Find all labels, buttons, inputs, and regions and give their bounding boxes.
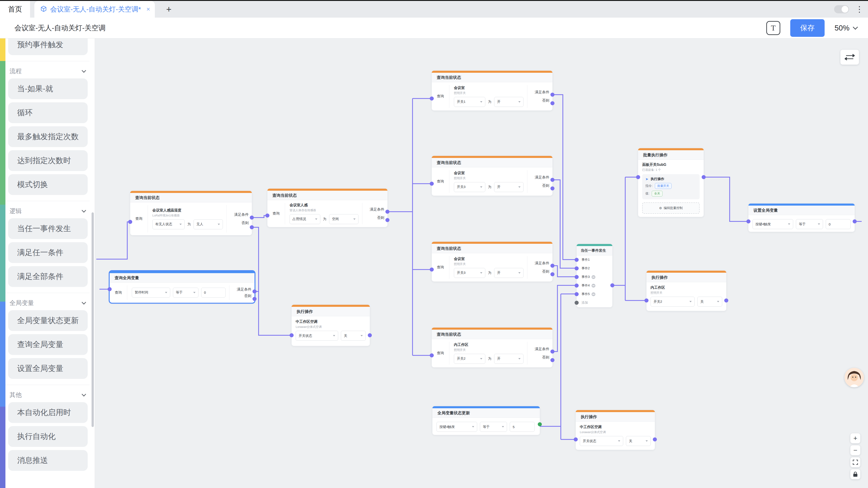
flow-node-n11[interactable]: 执行操作内工作区照明开关开关2关 (647, 271, 726, 311)
select-dropdown[interactable]: 空闲 (329, 214, 359, 224)
add-event-button[interactable]: 添加 (577, 298, 612, 307)
connection-port[interactable] (645, 298, 649, 302)
connection-port[interactable] (266, 214, 270, 218)
flow-node-n9[interactable]: 当任一事件发生事件1事件2事件3事件4事件5添加 (577, 244, 612, 307)
connection-port[interactable] (538, 422, 542, 426)
sidebar-scrollbar[interactable] (92, 213, 94, 427)
flow-node-n6[interactable]: 查询当前状态查询会议室照明开关开关3为开满足条件否则 (432, 156, 553, 196)
select-dropdown[interactable]: 按键4触发 (752, 219, 793, 229)
connection-port[interactable] (368, 333, 372, 337)
connection-port[interactable] (550, 264, 555, 268)
edit-batch-control-button[interactable]: ⚙编辑批量控制 (642, 202, 700, 214)
flow-node-n14[interactable]: 执行操作中工作区空调Lorawan分体式空调开关状态关 (576, 410, 655, 450)
connection-port[interactable] (250, 225, 254, 229)
auto-layout-button[interactable] (840, 50, 859, 65)
sidebar-item-pinned[interactable]: 预约事件触发 (8, 38, 88, 55)
sidebar-item[interactable]: 最多触发指定次数 (8, 126, 88, 147)
sidebar-section-header[interactable]: 其他 (9, 391, 86, 399)
select-dropdown[interactable]: 占用情况 (289, 214, 320, 224)
tab-close-icon[interactable]: × (147, 6, 150, 13)
select-dropdown[interactable]: 开 (494, 354, 524, 364)
save-button[interactable]: 保存 (790, 19, 825, 37)
remove-event-icon[interactable] (592, 284, 595, 288)
sidebar-item[interactable]: 全局变量状态更新 (8, 310, 88, 331)
select-dropdown[interactable]: 开关状态 (580, 436, 623, 446)
connection-port[interactable] (702, 175, 706, 179)
select-dropdown[interactable]: 开关1 (454, 97, 485, 107)
select-dropdown[interactable]: 暂停时间 (132, 288, 170, 297)
sidebar-item[interactable]: 循环 (8, 102, 88, 123)
kebab-menu-icon[interactable]: ⋮ (855, 5, 864, 13)
flow-node-n5[interactable]: 查询当前状态查询会议室照明开关开关1为开满足条件否则 (432, 71, 553, 110)
sidebar-item[interactable]: 满足任一条件 (8, 242, 88, 263)
connection-port[interactable] (575, 301, 579, 305)
tab-home[interactable]: 首页 (0, 1, 30, 18)
select-dropdown[interactable]: 无人 (193, 219, 223, 229)
value-input[interactable]: 0 (201, 288, 225, 297)
toggle-switch[interactable] (834, 5, 849, 13)
sidebar-item[interactable]: 当任一事件发生 (8, 218, 88, 239)
assistant-avatar[interactable] (844, 368, 864, 387)
value-input[interactable]: 5 (510, 422, 535, 432)
select-dropdown[interactable]: 开 (494, 97, 524, 107)
sidebar-section-header[interactable]: 逻辑 (9, 207, 86, 215)
event-item[interactable]: 事件4 (577, 281, 612, 290)
select-dropdown[interactable]: 等于 (796, 219, 823, 229)
select-dropdown[interactable]: 开 (494, 182, 524, 192)
select-dropdown[interactable]: 关 (626, 436, 651, 446)
text-tool-button[interactable]: T (766, 21, 780, 35)
value-input[interactable]: 0 (826, 219, 850, 229)
connection-port[interactable] (550, 93, 555, 97)
select-dropdown[interactable]: 按键4触发 (436, 422, 477, 432)
sidebar-item[interactable]: 执行自动化 (8, 426, 88, 447)
connection-port[interactable] (852, 219, 857, 223)
connection-port[interactable] (550, 178, 555, 182)
connection-port[interactable] (250, 216, 254, 220)
connection-port[interactable] (107, 287, 112, 291)
flow-node-n7[interactable]: 查询当前状态查询会议室照明开关开关3为开满足条件否则 (432, 242, 553, 282)
select-dropdown[interactable]: 关 (698, 297, 722, 306)
zoom-out-button[interactable]: − (850, 445, 860, 455)
select-dropdown[interactable]: 开关3 (454, 268, 485, 278)
zoom-in-button[interactable]: + (850, 433, 860, 443)
sidebar-item[interactable]: 消息推送 (8, 450, 88, 471)
connection-port[interactable] (575, 275, 579, 279)
sidebar-section-header[interactable]: 流程 (9, 67, 86, 75)
connection-port[interactable] (575, 258, 579, 262)
flow-node-n12[interactable]: 设置全局变量按键4触发等于0 (748, 203, 855, 232)
flow-node-n8[interactable]: 查询当前状态查询内工作区照明开关开关2为开满足条件否则 (432, 328, 553, 367)
sidebar-item[interactable]: 本自动化启用时 (8, 402, 88, 423)
select-dropdown[interactable]: 开关2 (651, 297, 694, 306)
tab-active-automation[interactable]: 会议室-无人-自动关灯-关空调* × (34, 1, 155, 18)
remove-event-icon[interactable] (592, 275, 595, 279)
sidebar-item[interactable]: 满足全部条件 (8, 266, 88, 287)
sidebar-item[interactable]: 查询全局变量 (8, 334, 88, 355)
flow-node-n3[interactable]: 查询全局变量查询暂停时间等于0满足条件否则 (110, 271, 254, 303)
connection-port[interactable] (575, 266, 579, 270)
connection-port[interactable] (575, 284, 579, 288)
connection-port[interactable] (636, 175, 640, 179)
select-dropdown[interactable]: 开 (494, 268, 524, 278)
remove-event-icon[interactable] (592, 292, 595, 296)
fit-screen-button[interactable] (850, 457, 860, 467)
sidebar-item[interactable]: 模式切换 (8, 174, 88, 195)
new-tab-button[interactable]: + (163, 4, 175, 15)
flow-node-n1[interactable]: 查询当前状态查询会议室人感温湿度LoRa环境3in1传感器有无人状态为无人满足条… (130, 191, 252, 235)
sidebar-item[interactable]: 达到指定次数时 (8, 150, 88, 171)
lock-button[interactable] (850, 469, 860, 479)
connection-port[interactable] (575, 292, 579, 296)
connection-port[interactable] (724, 298, 728, 302)
sidebar-item[interactable]: 当-如果-就 (8, 78, 88, 99)
flow-node-n2[interactable]: 查询当前状态查询会议室人感雷达人体存在传感器占用情况为空闲满足条件否则 (268, 189, 388, 227)
connection-port[interactable] (550, 350, 555, 354)
sidebar-item[interactable]: 设置全局变量 (8, 358, 88, 379)
flow-node-n10[interactable]: 批量执行操作面板开关SubG已选设备: 1 个➤执行操作指令:批量开关值:全关⚙… (638, 148, 704, 217)
connection-port[interactable] (746, 219, 750, 223)
flow-node-n13[interactable]: 全局变量状态更新按键4触发等于5 (432, 406, 540, 435)
select-dropdown[interactable]: 有无人状态 (152, 219, 185, 229)
connection-port[interactable] (252, 289, 256, 293)
select-dropdown[interactable]: 关 (341, 331, 366, 341)
select-dropdown[interactable]: 开关3 (454, 182, 485, 192)
connection-port[interactable] (289, 333, 293, 337)
sidebar-section-header[interactable]: 全局变量 (9, 299, 86, 307)
